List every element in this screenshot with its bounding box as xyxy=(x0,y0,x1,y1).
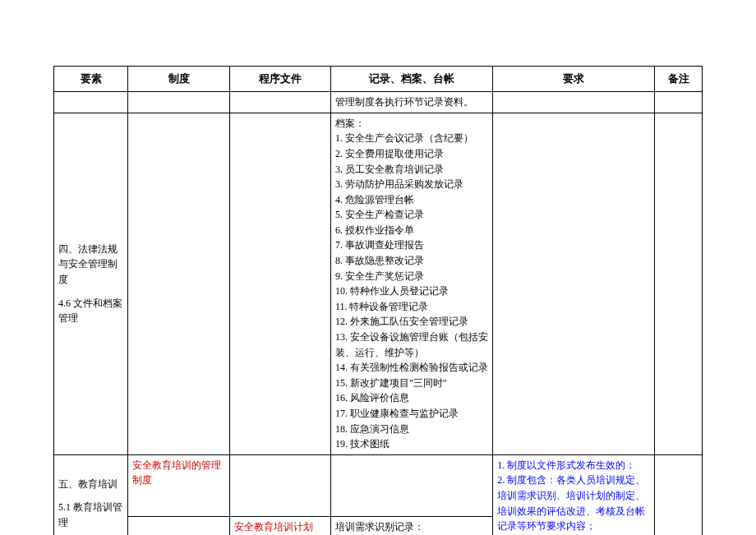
system-text: 安全教育培训的管理制度 xyxy=(132,459,221,487)
cell-factor: 五、教育培训 5.1 教育培训管理 xyxy=(54,454,128,535)
header-records: 记录、档案、台帐 xyxy=(330,67,492,92)
records-item: 5. 安全生产检查记录 xyxy=(335,207,488,223)
factor-subheading: 5.1 教育培训管理 xyxy=(58,500,123,530)
cell-records: 档案： 1. 安全生产会议记录（含纪要） 2. 安全费用提取使用记录 3. 员工… xyxy=(330,113,492,454)
header-system: 制度 xyxy=(128,67,229,92)
cell-notes xyxy=(655,92,703,113)
cell-requirements xyxy=(493,113,655,454)
procedure-text: 安全教育培训计划 xyxy=(234,521,313,533)
cell-notes xyxy=(655,113,703,454)
records-item: 18. 应急演习信息 xyxy=(335,422,488,437)
cell-procedure xyxy=(229,92,330,113)
cell-records: 培训需求识别记录： xyxy=(330,516,492,535)
cell-system: 安全教育培训的管理制度 xyxy=(128,454,229,516)
records-item: 11. 特种设备管理记录 xyxy=(335,299,488,315)
cell-factor: 四、法律法规与安全管理制度 4.6 文件和档案管理 xyxy=(54,113,128,454)
records-item: 2. 安全费用提取使用记录 xyxy=(335,146,488,162)
header-notes: 备注 xyxy=(655,67,703,92)
cell-records xyxy=(330,454,492,516)
records-item: 4. 危险源管理台帐 xyxy=(335,192,488,208)
table-row: 四、法律法规与安全管理制度 4.6 文件和档案管理 档案： 1. 安全生产会议记… xyxy=(54,113,703,454)
table-row: 管理制度各执行环节记录资料。 xyxy=(54,92,703,113)
records-item: 17. 职业健康检查与监护记录 xyxy=(335,406,488,422)
cell-factor xyxy=(54,92,128,113)
factor-heading: 四、法律法规与安全管理制度 xyxy=(58,242,123,288)
cell-procedure xyxy=(229,454,330,516)
requirement-item: 2. 制度包含：各类人员培训规定、培训需求识别、培训计划的制定、培训效果的评估改… xyxy=(497,473,650,533)
records-item: 12. 外来施工队伍安全管理记录 xyxy=(335,314,488,330)
cell-system xyxy=(128,516,229,535)
cell-procedure xyxy=(229,113,330,454)
factor-subheading: 4.6 文件和档案管理 xyxy=(58,296,123,326)
cell-system xyxy=(128,92,229,113)
records-item: 16. 风险评价信息 xyxy=(335,390,488,406)
records-item: 8. 事故隐患整改记录 xyxy=(335,253,488,269)
cell-requirements: 1. 制度以文件形式发布生效的； 2. 制度包含：各类人员培训规定、培训需求识别… xyxy=(493,454,655,535)
cell-requirements xyxy=(493,92,655,113)
records-item: 10. 特种作业人员登记记录 xyxy=(335,284,488,299)
cell-procedure: 安全教育培训计划 xyxy=(229,516,330,535)
records-item: 6. 授权作业指令单 xyxy=(335,223,488,238)
table-row: 五、教育培训 5.1 教育培训管理 安全教育培训的管理制度 1. 制度以文件形式… xyxy=(54,454,703,516)
records-item: 13. 安全设备设施管理台账（包括安装、运行、维护等） xyxy=(335,330,488,360)
cell-notes xyxy=(655,454,703,535)
records-item: 3. 员工安全教育培训记录 xyxy=(335,162,488,178)
cell-records: 管理制度各执行环节记录资料。 xyxy=(330,92,492,113)
requirement-item: 1. 制度以文件形式发布生效的； xyxy=(497,458,650,473)
records-item: 3. 劳动防护用品采购发放记录 xyxy=(335,177,488,192)
document-table: 要素 制度 程序文件 记录、档案、台帐 要求 备注 管理制度各执行环节记录资料。… xyxy=(53,66,703,535)
records-item: 19. 技术图纸 xyxy=(335,436,488,452)
records-intro: 档案： xyxy=(335,116,488,131)
header-procedure: 程序文件 xyxy=(229,67,330,92)
records-item: 1. 安全生产会议记录（含纪要） xyxy=(335,131,488,146)
records-item: 15. 新改扩建项目"三同时" xyxy=(335,376,488,391)
records-item: 7. 事故调查处理报告 xyxy=(335,238,488,253)
header-requirements: 要求 xyxy=(493,67,655,92)
records-item: 14. 有关强制性检测检验报告或记录 xyxy=(335,360,488,376)
cell-system xyxy=(128,113,229,454)
factor-heading: 五、教育培训 xyxy=(58,477,123,492)
header-factor: 要素 xyxy=(54,67,128,92)
records-item: 9. 安全生产奖惩记录 xyxy=(335,269,488,284)
table-header-row: 要素 制度 程序文件 记录、档案、台帐 要求 备注 xyxy=(54,67,703,92)
